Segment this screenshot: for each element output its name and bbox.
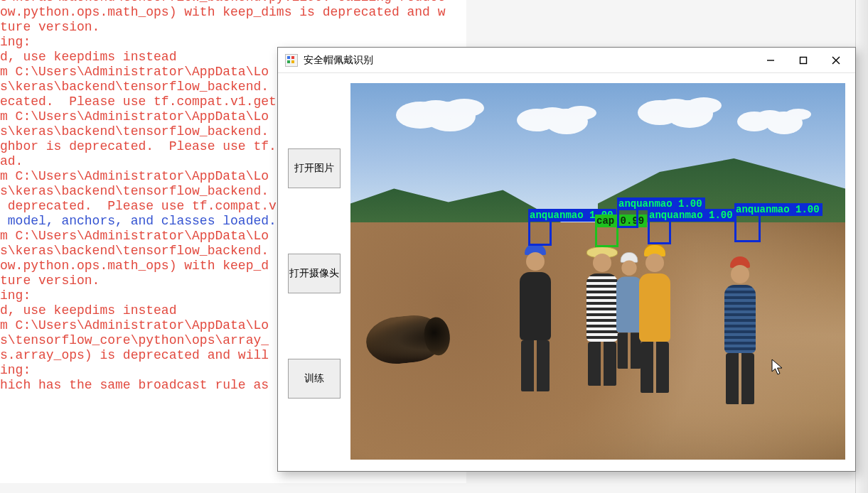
- train-button[interactable]: 训练: [288, 359, 341, 399]
- scene-person: [639, 244, 670, 393]
- console-scrollbar[interactable]: [855, 0, 868, 493]
- helmet-detection-window: 安全帽佩戴识别 打开图片 打开摄像头 训练: [277, 47, 856, 472]
- open-image-button[interactable]: 打开图片: [288, 148, 341, 188]
- maximize-button[interactable]: [787, 48, 820, 72]
- scene-cloud: [656, 99, 695, 118]
- detection-box: cap 0.99: [595, 225, 618, 247]
- svg-rect-1: [800, 57, 807, 63]
- app-icon: [285, 54, 298, 67]
- console-line: ow.python.ops.math_ops) with keep_dims i…: [0, 5, 466, 20]
- close-button[interactable]: [820, 48, 852, 72]
- minimize-button[interactable]: [754, 48, 787, 72]
- detection-label: anquanmao 1.00: [648, 209, 736, 222]
- scene-person: [586, 246, 618, 386]
- scene-cloud: [414, 100, 457, 121]
- window-title: 安全帽佩戴识别: [304, 54, 754, 67]
- detection-box: anquanmao 1.00: [528, 220, 552, 246]
- detection-label: anquanmao 1.00: [734, 203, 823, 216]
- side-button-panel: 打开图片 打开摄像头 训练: [288, 148, 341, 399]
- scene-person: [724, 256, 756, 404]
- detection-box: anquanmao 1.00: [648, 220, 671, 244]
- detection-image: anquanmao 1.00cap 0.99anquanmao 1.00anqu…: [350, 83, 845, 460]
- open-camera-button[interactable]: 打开摄像头: [288, 254, 341, 293]
- scene-person: [616, 252, 642, 369]
- titlebar[interactable]: 安全帽佩戴识别: [278, 48, 855, 73]
- console-line: ture version.: [0, 20, 466, 35]
- console-line: s\keras\backend\tensorflow_backend.py:11…: [0, 0, 466, 5]
- detection-box: anquanmao 1.00: [617, 208, 638, 228]
- detection-box: anquanmao 1.00: [734, 214, 761, 242]
- scene-person: [520, 244, 551, 391]
- scene-cloud: [756, 110, 784, 124]
- scene-cloud: [535, 107, 569, 124]
- window-body: 打开图片 打开摄像头 训练: [278, 73, 855, 471]
